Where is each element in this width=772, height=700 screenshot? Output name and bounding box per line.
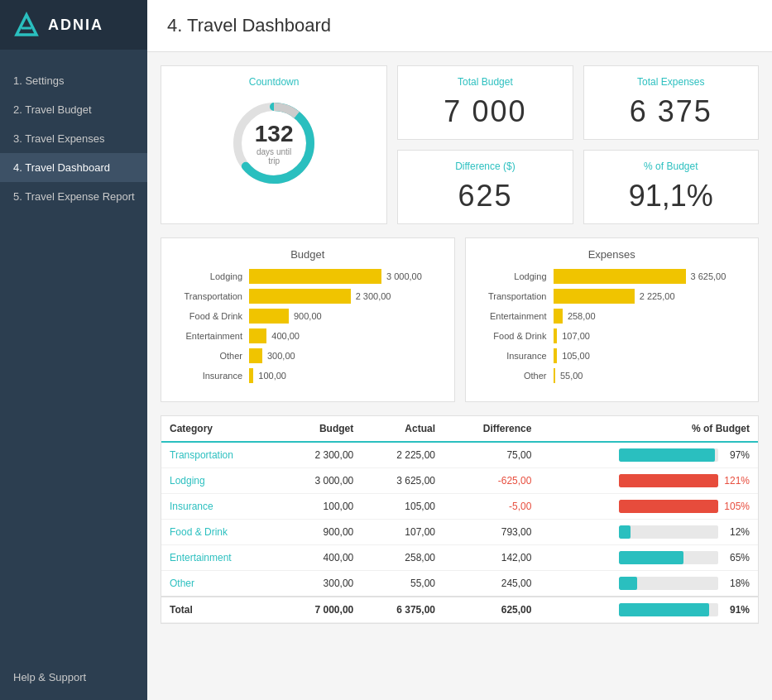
- col-pct: % of Budget: [539, 416, 758, 442]
- bar-fill: [554, 269, 686, 284]
- pct-track: [619, 577, 718, 590]
- bar-fill: [554, 289, 635, 304]
- pct-track: [619, 525, 718, 539]
- expenses-bars: Lodging 3 625,00 Transportation 2 225,00…: [479, 269, 746, 383]
- sidebar-item-settings[interactable]: 1. Settings: [0, 66, 147, 95]
- main-header: 4. Travel Dashboard: [147, 0, 772, 52]
- sidebar-item-travel-expenses[interactable]: 3. Travel Expenses: [0, 124, 147, 153]
- bar-track: 300,00: [249, 348, 441, 363]
- table-row: Other 300,00 55,00 245,00 18%: [161, 571, 758, 597]
- budget-bar-row: Food & Drink 900,00: [175, 309, 441, 324]
- cell-difference: 245,00: [444, 571, 539, 597]
- charts-row: Budget Lodging 3 000,00 Transportation 2…: [161, 237, 759, 402]
- budget-bar-row: Lodging 3 000,00: [175, 269, 441, 284]
- sidebar-help[interactable]: Help & Support: [0, 663, 147, 692]
- cell-budget: 900,00: [280, 520, 362, 545]
- expenses-bar-row: Transportation 2 225,00: [479, 289, 746, 304]
- table-row: Food & Drink 900,00 107,00 793,00 12%: [161, 520, 758, 545]
- bar-track: 105,00: [554, 348, 746, 363]
- table-row: Lodging 3 000,00 3 625,00 -625,00 121%: [161, 468, 758, 494]
- bar-value: 105,00: [562, 351, 590, 361]
- difference-value: 625: [411, 179, 559, 213]
- table-row: Entertainment 400,00 258,00 142,00 65%: [161, 545, 758, 571]
- bar-track: 55,00: [554, 368, 746, 383]
- expenses-bar-row: Entertainment 258,00: [479, 309, 746, 324]
- bar-value: 3 000,00: [386, 271, 422, 281]
- budget-chart-title: Budget: [175, 248, 441, 261]
- donut-label: 132 days until trip: [252, 122, 297, 165]
- cell-actual: 258,00: [362, 545, 444, 571]
- cell-actual: 2 225,00: [362, 442, 444, 468]
- bar-label: Lodging: [175, 271, 249, 281]
- col-budget: Budget: [280, 416, 362, 442]
- bar-track: 3 625,00: [554, 269, 746, 284]
- sidebar-item-travel-expense-report[interactable]: 5. Travel Expense Report: [0, 182, 147, 211]
- table-body: Transportation 2 300,00 2 225,00 75,00 9…: [161, 442, 758, 623]
- cell-category: Food & Drink: [161, 520, 280, 545]
- bar-value: 55,00: [560, 371, 583, 381]
- col-category: Category: [161, 416, 280, 442]
- cell-difference: 793,00: [444, 520, 539, 545]
- kpi-total-budget: Total Budget 7 000: [397, 65, 573, 140]
- table-total-row: Total 7 000,00 6 375,00 625,00 91%: [161, 597, 758, 623]
- bar-track: 3 000,00: [249, 269, 441, 284]
- bar-fill: [554, 368, 555, 383]
- budget-bar-row: Entertainment 400,00: [175, 328, 441, 343]
- bar-fill: [249, 269, 381, 284]
- svg-marker-1: [17, 15, 36, 35]
- table-header-row: Category Budget Actual Difference % of B…: [161, 416, 758, 442]
- cell-budget: 300,00: [280, 571, 362, 597]
- sidebar-item-travel-budget[interactable]: 2. Travel Budget: [0, 95, 147, 124]
- pct-num: 121%: [723, 475, 750, 487]
- cell-total-category: Total: [161, 597, 280, 623]
- budget-bar-row: Other 300,00: [175, 348, 441, 363]
- sidebar-item-travel-dashboard[interactable]: 4. Travel Dashboard: [0, 153, 147, 182]
- pct-budget-label: % of Budget: [597, 161, 745, 172]
- pct-num: 12%: [723, 526, 750, 538]
- cell-actual: 105,00: [362, 494, 444, 520]
- pct-num: 97%: [723, 449, 750, 461]
- adnia-logo-icon: [13, 12, 40, 38]
- cell-category: Transportation: [161, 442, 280, 468]
- cell-pct: 12%: [539, 520, 758, 545]
- cell-budget: 2 300,00: [280, 442, 362, 468]
- kpi-pct-budget: % of Budget 91,1%: [583, 150, 759, 224]
- sidebar: ADNIA 1. Settings 2. Travel Budget 3. Tr…: [0, 0, 147, 700]
- cell-difference: -625,00: [444, 468, 539, 494]
- cell-difference: -5,00: [444, 494, 539, 520]
- countdown-donut: 132 days until trip: [228, 98, 319, 189]
- bar-track: 400,00: [249, 328, 441, 343]
- pct-track: [619, 551, 718, 564]
- cell-budget: 100,00: [280, 494, 362, 520]
- cell-category: Entertainment: [161, 545, 280, 571]
- bar-fill: [249, 328, 266, 343]
- cell-category: Lodging: [161, 468, 280, 494]
- cell-actual: 55,00: [362, 571, 444, 597]
- bar-value: 100,00: [258, 371, 286, 381]
- bar-track: 100,00: [249, 368, 441, 383]
- bar-track: 900,00: [249, 309, 441, 324]
- table-row: Insurance 100,00 105,00 -5,00 105%: [161, 494, 758, 520]
- col-difference: Difference: [444, 416, 539, 442]
- bar-fill: [249, 289, 351, 304]
- bar-label: Entertainment: [479, 311, 554, 321]
- cell-pct: 97%: [539, 442, 758, 468]
- cell-difference: 75,00: [444, 442, 539, 468]
- data-table: Category Budget Actual Difference % of B…: [161, 415, 759, 624]
- expenses-bar-row: Lodging 3 625,00: [479, 269, 746, 284]
- bar-value: 300,00: [267, 351, 295, 361]
- logo-text: ADNIA: [48, 17, 103, 34]
- bar-label: Other: [479, 371, 554, 381]
- summary-table: Category Budget Actual Difference % of B…: [161, 416, 758, 623]
- bar-track: 258,00: [554, 309, 746, 324]
- cell-category: Other: [161, 571, 280, 597]
- cell-budget: 400,00: [280, 545, 362, 571]
- bar-fill: [249, 348, 262, 363]
- main-content: Countdown 132 days until trip: [147, 52, 772, 637]
- cell-total-difference: 625,00: [444, 597, 539, 623]
- countdown-sub: days until trip: [252, 146, 297, 165]
- main: 4. Travel Dashboard Countdown 132 days u…: [147, 0, 772, 700]
- bar-label: Transportation: [175, 291, 249, 301]
- bar-fill: [554, 328, 558, 343]
- expenses-bar-row: Food & Drink 107,00: [479, 328, 746, 343]
